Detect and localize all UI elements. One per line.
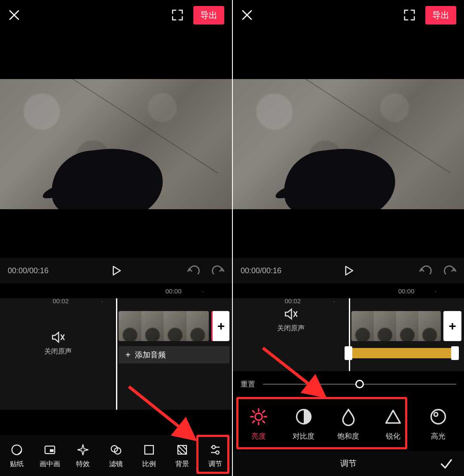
plus-icon: + (217, 319, 225, 333)
export-button[interactable]: 导出 (425, 6, 456, 24)
background-icon (176, 443, 189, 456)
sticker-icon (10, 443, 23, 456)
nav-pip[interactable]: 画中画 (35, 442, 65, 469)
undo-button[interactable] (187, 264, 200, 277)
editor-screen-right: 导出 00:00/00:16 (232, 0, 464, 476)
preview-frame (233, 79, 464, 209)
nav-effect[interactable]: 特效 (68, 442, 98, 469)
play-button[interactable] (110, 264, 122, 277)
play-button[interactable] (342, 264, 355, 277)
ruler-dot: · (101, 297, 103, 305)
sparkle-icon (76, 443, 89, 456)
timeline[interactable]: 关闭原声 + (233, 298, 464, 371)
play-icon (342, 264, 355, 277)
close-icon (8, 9, 21, 21)
close-button[interactable] (241, 9, 253, 21)
nav-label: 滤镜 (101, 460, 131, 469)
preview-frame (0, 79, 232, 209)
close-button[interactable] (8, 9, 21, 21)
sliders-icon (209, 443, 222, 456)
player-controls: 00:00/00:16 (0, 258, 232, 284)
add-clip-button[interactable]: + (211, 311, 229, 341)
fullscreen-button[interactable] (403, 9, 416, 21)
ruler-mark: 00:02 (52, 297, 69, 305)
add-clip-button[interactable]: + (443, 311, 461, 341)
nav-label: 背景 (167, 460, 197, 469)
check-icon (439, 456, 454, 471)
adjust-saturation[interactable]: 饱和度 (329, 407, 368, 441)
timeline-ruler[interactable]: 00:00 · (233, 284, 464, 298)
player-controls: 00:00/00:16 (233, 258, 464, 284)
undo-icon (187, 264, 200, 277)
nav-background[interactable]: 背景 (167, 442, 197, 469)
adjust-slider[interactable] (263, 384, 456, 385)
svg-point-11 (431, 409, 445, 424)
triangle-icon (384, 407, 403, 426)
adjust-brightness[interactable]: 亮度 (239, 407, 278, 441)
slider-knob[interactable] (355, 380, 364, 388)
adjust-options: 亮度 对比度 饱和度 锐化 高光 (233, 397, 464, 451)
nav-label: 特效 (68, 460, 98, 469)
speaker-muted-icon (284, 307, 298, 321)
adjust-label: 对比度 (284, 431, 323, 441)
nav-label: 比例 (134, 460, 164, 469)
fullscreen-icon (403, 9, 416, 21)
brightness-icon (249, 407, 268, 426)
filter-icon (110, 443, 122, 456)
reset-button[interactable]: 重置 (241, 379, 255, 389)
ruler-dot: · (333, 297, 335, 305)
video-clip[interactable] (351, 311, 441, 341)
adjust-contrast[interactable]: 对比度 (284, 407, 323, 441)
add-audio-label: 添加音频 (135, 350, 166, 360)
add-audio-button[interactable]: + 添加音频 (119, 346, 229, 363)
video-preview[interactable] (233, 30, 464, 258)
undo-button[interactable] (419, 264, 432, 277)
adjust-label: 亮度 (239, 431, 278, 441)
nav-ratio[interactable]: 比例 (134, 442, 164, 469)
video-clip[interactable] (119, 311, 209, 341)
drop-icon (339, 407, 358, 426)
adjust-bottom-bar: 调节 (233, 451, 464, 476)
ratio-icon (143, 443, 156, 456)
ruler-mark: 00:00 (165, 287, 182, 295)
adjust-highlight[interactable]: 高光 (419, 407, 458, 441)
redo-button[interactable] (443, 264, 456, 277)
svg-point-12 (434, 412, 438, 416)
contrast-icon (294, 407, 313, 426)
ruler-dot: · (435, 287, 437, 295)
adjust-title: 调节 (233, 458, 464, 469)
confirm-button[interactable] (439, 456, 454, 471)
ruler-mark: 00:00 (398, 287, 415, 295)
adjust-track[interactable] (349, 348, 455, 358)
timeline-ruler[interactable]: 00:00 · (0, 284, 232, 298)
speaker-muted-icon (51, 330, 65, 345)
fullscreen-icon (171, 9, 184, 21)
nav-label: 调节 (200, 460, 230, 469)
nav-sticker[interactable]: 贴纸 (2, 442, 32, 469)
nav-label: 贴纸 (2, 460, 32, 469)
undo-icon (419, 264, 432, 277)
export-button[interactable]: 导出 (193, 6, 224, 24)
nav-adjust[interactable]: 调节 (200, 442, 230, 469)
ruler-mark: 00:02 (284, 297, 301, 305)
svg-rect-5 (145, 445, 153, 454)
mute-button[interactable] (284, 307, 298, 321)
video-preview[interactable] (0, 30, 232, 258)
highlight-icon (429, 407, 448, 426)
fullscreen-button[interactable] (171, 9, 184, 21)
ruler-dot: · (202, 287, 204, 295)
pip-icon (43, 443, 56, 456)
nav-filter[interactable]: 滤镜 (101, 442, 131, 469)
playhead[interactable] (349, 298, 350, 371)
adjust-label: 锐化 (374, 431, 412, 441)
redo-button[interactable] (211, 264, 224, 277)
svg-rect-2 (50, 449, 54, 452)
adjust-sharpen[interactable]: 锐化 (374, 407, 412, 441)
play-icon (110, 264, 122, 277)
nav-label: 画中画 (35, 460, 65, 469)
bottom-nav: 贴纸 画中画 特效 滤镜 比例 背景 (0, 435, 232, 476)
timeline[interactable]: 关闭原声 + + 添加音频 (0, 298, 232, 410)
playhead[interactable] (116, 298, 117, 410)
mute-button[interactable] (51, 330, 65, 345)
redo-icon (211, 264, 224, 277)
